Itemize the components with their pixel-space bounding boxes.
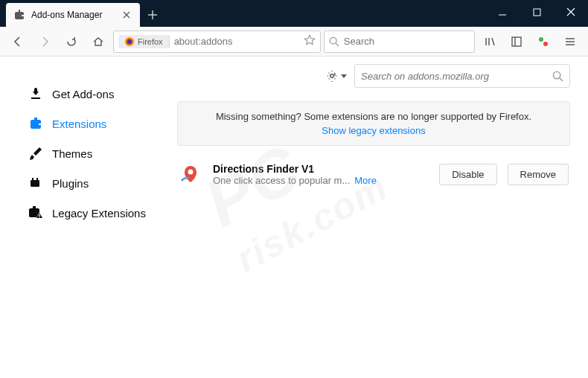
remove-button[interactable]: Remove [508,164,569,185]
new-tab-button[interactable] [140,3,165,27]
svg-point-14 [188,170,194,175]
svg-rect-8 [32,178,33,180]
sidebar-item-label: Extensions [52,118,106,130]
window-maximize-button[interactable] [520,0,554,24]
search-icon [329,36,339,47]
addon-tab-icon [13,9,25,21]
svg-point-5 [539,37,543,42]
svg-point-13 [553,71,560,78]
back-button[interactable] [6,30,30,54]
sidebar-item-get-addons[interactable]: Get Add-ons [28,79,177,109]
url-bar[interactable]: Firefox about:addons [113,31,321,53]
show-legacy-link[interactable]: Show legacy extensions [190,125,557,136]
extension-button[interactable] [531,30,555,54]
search-bar[interactable] [324,31,475,53]
svg-rect-9 [36,178,38,180]
addon-description: One click access to popular m... [213,175,350,186]
content-area: Get Add-ons Extensions Themes Plugins Le… [0,57,588,354]
sidebar: Get Add-ons Extensions Themes Plugins Le… [0,57,177,354]
addon-more-link[interactable]: More [354,175,377,186]
bookmark-star-icon[interactable] [304,34,316,49]
addon-icon [179,162,202,186]
window-close-button[interactable] [554,0,588,24]
legacy-notice: Missing something? Some extensions are n… [177,101,570,146]
plugin-icon [28,176,43,190]
firefox-icon [124,36,135,47]
reload-button[interactable] [60,30,83,54]
sidebar-item-label: Legacy Extensions [52,207,146,220]
app-menu-button[interactable] [558,30,582,54]
search-icon [552,71,563,82]
window-minimize-button[interactable] [485,0,520,24]
sidebar-item-legacy[interactable]: Legacy Extensions [28,198,177,228]
disable-button[interactable]: Disable [439,164,496,185]
toolbar: Firefox about:addons [0,27,588,57]
addon-row[interactable]: Directions Finder V1 One click access to… [177,159,570,189]
sidebar-item-label: Themes [52,147,92,160]
addon-search-input[interactable] [361,71,552,82]
dropdown-caret-icon [341,73,347,79]
download-icon [28,86,43,101]
sidebar-item-extensions[interactable]: Extensions [28,109,177,138]
sidebar-item-label: Get Add-ons [52,88,114,100]
url-text: about:addons [174,36,299,47]
home-button[interactable] [86,30,110,54]
addon-name: Directions Finder V1 [213,163,429,175]
legacy-icon [28,205,43,220]
tools-gear-button[interactable] [326,65,347,86]
identity-chip-label: Firefox [138,37,163,46]
addon-search-bar[interactable] [354,64,570,88]
tab-close-icon[interactable] [121,9,132,21]
forward-button[interactable] [33,30,57,54]
identity-chip: Firefox [118,35,170,48]
svg-point-3 [330,37,336,44]
sidebar-button[interactable] [505,30,528,54]
main-panel: Missing something? Some extensions are n… [177,57,588,354]
sidebar-item-themes[interactable]: Themes [28,138,177,168]
svg-rect-11 [39,217,39,217]
sidebar-item-label: Plugins [52,177,89,190]
puzzle-icon [28,116,43,131]
svg-point-2 [127,39,132,44]
notice-text: Missing something? Some extensions are n… [216,111,531,122]
search-input[interactable] [344,36,470,47]
svg-point-6 [543,42,548,46]
svg-rect-4 [512,37,521,46]
svg-rect-0 [534,9,540,16]
svg-rect-10 [39,214,39,217]
sidebar-item-plugins[interactable]: Plugins [28,168,177,198]
tab-title: Add-ons Manager [31,10,115,20]
svg-rect-7 [31,180,39,187]
browser-tab[interactable]: Add-ons Manager [6,3,140,27]
svg-point-12 [330,74,334,78]
brush-icon [28,146,43,161]
library-button[interactable] [478,30,502,54]
